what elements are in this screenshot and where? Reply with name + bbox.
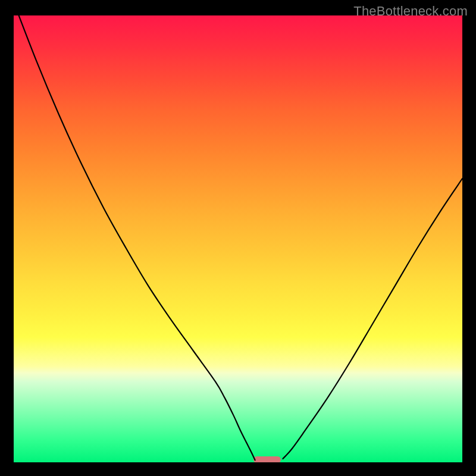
curve-left-branch [14, 15, 255, 460]
plot-area [14, 15, 462, 462]
curve-right-branch [283, 178, 462, 459]
bottleneck-curve [14, 15, 462, 462]
chart-frame: TheBottleneck.com [0, 0, 476, 476]
watermark-text: TheBottleneck.com [353, 4, 468, 19]
